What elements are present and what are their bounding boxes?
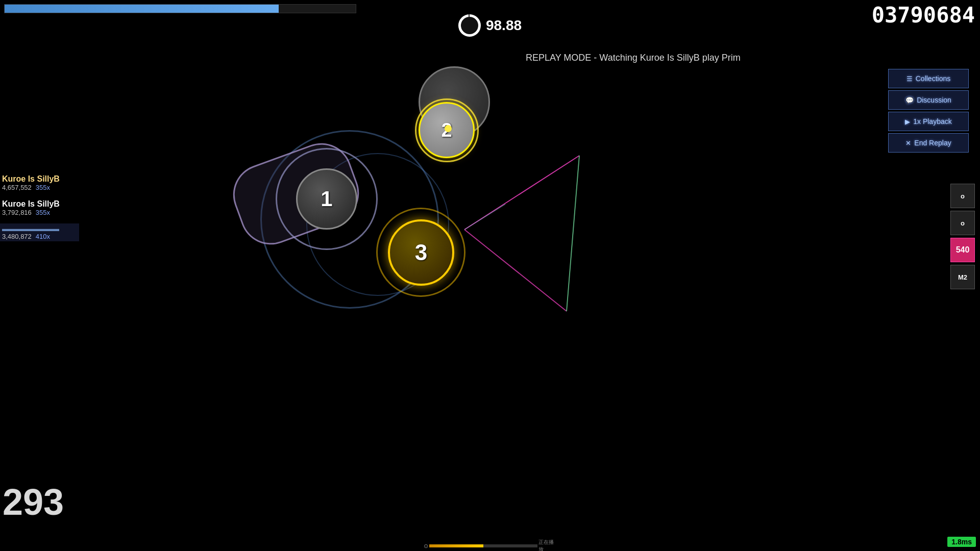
accuracy-circle-inner [461,17,478,34]
playback-label: 1x Playback [913,117,951,126]
slider-ball [445,125,452,132]
collections-label: Collections [916,74,950,83]
bottom-bar-label: 正在播放 [538,539,556,551]
lb-score-1: 4,657,552 [2,184,32,191]
lb-mult-3: 410x [36,233,50,240]
lb-stats-1: 4,657,552 355x [2,184,77,191]
discussion-label: Discussion [917,96,951,104]
lb-mult-2: 355x [36,209,50,216]
accuracy-circle-icon [458,14,481,37]
combo-number: 293 [3,481,64,523]
play-icon: ▶ [905,118,910,126]
bottom-bar-icon: ⊙ [424,543,428,549]
chat-icon: 💬 [905,96,914,104]
bottom-bar-track [429,544,537,547]
lb-score-2: 3,792,816 [2,209,32,216]
lb-name-2: Kuroe Is SillyB [2,199,77,209]
key-box-2: o [950,211,975,235]
latency-indicator: 1.8ms [947,537,976,547]
leaderboard: Kuroe Is SillyB 4,657,552 355x Kuroe Is … [0,173,79,242]
discussion-button[interactable]: 💬 Discussion [888,90,969,110]
score-display: 03790684 [872,3,975,28]
left-panel [0,0,118,551]
end-replay-label: End Replay [914,139,951,147]
accuracy-container: 98.88 [458,14,522,37]
hit-circle-1: 1 [296,168,357,230]
x-icon: ✕ [905,139,911,147]
svg-line-1 [464,230,567,311]
accuracy-value: 98.88 [486,17,522,34]
right-buttons: ☰ Collections 💬 Discussion ▶ 1x Playback… [888,69,969,153]
svg-line-3 [567,156,579,311]
leaderboard-entry-3: ▬▬▬▬▬▬▬▬ 3,480,872 410x [0,223,79,241]
end-replay-button[interactable]: ✕ End Replay [888,133,969,153]
svg-line-4 [464,204,505,230]
progress-bar-fill [5,5,279,13]
collections-button[interactable]: ☰ Collections [888,69,969,88]
playback-button[interactable]: ▶ 1x Playback [888,112,969,131]
progress-bar-container [4,4,356,13]
hit-circle-3: 3 [388,219,454,286]
lb-mult-1: 355x [36,184,50,191]
bottom-bar-fill [429,544,483,547]
list-icon: ☰ [906,75,913,83]
svg-line-0 [464,156,579,230]
key-box-4: M2 [950,265,975,289]
replay-mode-text: REPLAY MODE - Watching Kuroe Is SillyB p… [526,53,741,63]
leaderboard-entry-1: Kuroe Is SillyB 4,657,552 355x [0,173,79,192]
key-box-1: o [950,184,975,208]
game-canvas: 1 2 3 [117,31,628,490]
bottom-progress-bar: ⊙ 正在播放 [424,541,556,551]
lb-stats-2: 3,792,816 355x [2,209,77,216]
leaderboard-entry-2: Kuroe Is SillyB 3,792,816 355x [0,198,79,217]
key-indicators: o o 540 M2 [950,184,975,289]
lb-score-3: 3,480,872 [2,233,32,240]
key-box-3: 540 [950,238,975,262]
lb-name-1: Kuroe Is SillyB [2,174,77,184]
lb-stats-3: 3,480,872 410x [2,233,77,240]
svg-line-2 [567,156,579,311]
lb-name-3: ▬▬▬▬▬▬▬▬ [2,224,77,233]
